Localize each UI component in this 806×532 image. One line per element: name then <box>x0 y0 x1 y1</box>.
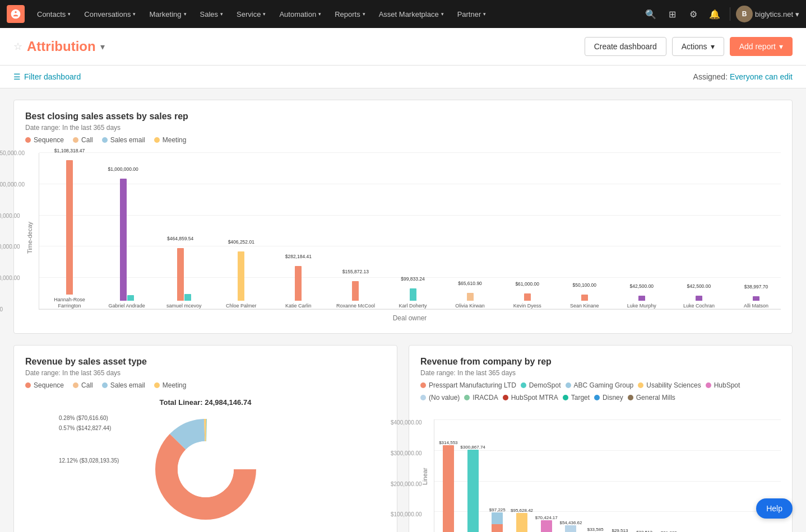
bar-group-4: $282,184.41 Katie Carlin <box>274 266 323 309</box>
nav-reports[interactable]: Reports ▾ <box>329 7 371 22</box>
filter-bar: ☰ Filter dashboard Assigned: Everyone ca… <box>0 66 806 88</box>
service-chevron: ▾ <box>263 11 266 17</box>
chart1-legend: Sequence Call Sales email Meeting <box>25 136 781 144</box>
bar-label-12: Alli Matson <box>744 303 768 309</box>
reports-chevron: ▾ <box>363 11 365 17</box>
nav-partner[interactable]: Partner ▾ <box>452 7 492 22</box>
actions-button[interactable]: Actions ▾ <box>672 37 724 56</box>
chart3-leg-5: (No value) <box>420 394 460 402</box>
add-report-button[interactable]: Add report ▾ <box>730 37 793 56</box>
chart1-title: Best closing sales assets by sales rep <box>25 111 781 122</box>
nav-marketing[interactable]: Marketing ▾ <box>143 7 192 22</box>
chart2-legend-email: Sales email <box>102 381 145 389</box>
hubspot-logo[interactable] <box>7 5 25 23</box>
nav-divider <box>730 7 730 21</box>
svg-point-4 <box>178 441 234 497</box>
chart3-leg-2: ABC Gaming Group <box>566 381 634 389</box>
navbar: Contacts ▾ Conversations ▾ Marketing ▾ S… <box>0 0 806 28</box>
pie-chart-area: 0.28% ($70,616.60) 0.57% ($142,827.44) 1… <box>25 413 386 525</box>
nav-asset-marketplace[interactable]: Asset Marketplace ▾ <box>373 7 450 22</box>
bar-label-9: Sean Kinane <box>570 303 599 309</box>
nav-automation[interactable]: Automation ▾ <box>274 7 327 22</box>
contacts-chevron: ▾ <box>68 11 71 17</box>
avatar[interactable]: B <box>736 6 753 22</box>
chart3-bars: $314,553 $300,867.74 <box>434 419 781 532</box>
legend-sales-email: Sales email <box>102 136 145 144</box>
nav-right-icons: 🔍 ⊞ ⚙ 🔔 B biglytics.net ▾ <box>641 4 799 24</box>
bar-label-0: Hannah-RoseFarrington <box>54 297 85 309</box>
bar-group-6: $99,833.24 Karl Doherty <box>388 288 437 309</box>
nav-contacts[interactable]: Contacts ▾ <box>31 7 76 22</box>
chart3-leg-10: General Mills <box>628 394 675 402</box>
nav-conversations[interactable]: Conversations ▾ <box>78 7 141 22</box>
page-title[interactable]: Attribution <box>27 39 96 54</box>
legend-sequence-dot <box>25 137 31 143</box>
bar-label-11: Luke Cochran <box>683 303 715 309</box>
legend-call: Call <box>73 136 93 144</box>
bar-meeting-1 <box>127 295 134 301</box>
account-name[interactable]: biglytics.net ▾ <box>755 10 799 18</box>
automation-chevron: ▾ <box>318 11 321 17</box>
title-chevron-icon[interactable]: ▾ <box>100 41 105 52</box>
bar-meeting-3: $406,252.01 <box>238 251 244 301</box>
chart1-subtitle: Date range: In the last 365 days <box>25 124 781 132</box>
chart3-leg-9: Disney <box>594 394 623 402</box>
bar-teal-6: $99,833.24 <box>410 288 416 301</box>
right-bar-5: $54,436.62 <box>559 525 583 532</box>
grid-icon[interactable]: ⊞ <box>663 4 682 24</box>
chart-card-revenue-type: Revenue by sales asset type Date range: … <box>13 345 397 532</box>
chart3-leg-0: Presspart Manufacturing LTD <box>420 381 516 389</box>
conversations-chevron: ▾ <box>133 11 136 17</box>
legend-sales-email-dot <box>102 137 108 143</box>
bar-call-7: $65,610.90 <box>467 293 474 301</box>
partner-chevron: ▾ <box>483 11 486 17</box>
bar-label-3: Chloe Palmer <box>226 303 257 309</box>
chart3-legend: Presspart Manufacturing LTD DemoSpot ABC… <box>420 381 781 402</box>
bar-group-2: $464,859.54 samuel mcevoy <box>159 248 209 309</box>
favorite-star-icon[interactable]: ☆ <box>13 40 22 53</box>
bar-group-12: $38,997.70 Alli Matson <box>731 296 781 309</box>
filter-icon: ☰ <box>13 72 21 81</box>
bar-sequence-8: $61,000.00 <box>524 293 531 301</box>
chart2-legend: Sequence Call Sales email Meeting <box>25 381 386 389</box>
chart1-x-label: Deal owner <box>39 314 781 322</box>
bar-group-0: $1,108,318.47 Hannah-RoseFarrington <box>45 160 94 309</box>
assigned-link[interactable]: Everyone can edit <box>730 72 793 81</box>
notifications-icon[interactable]: 🔔 <box>705 4 724 24</box>
assigned-area: Assigned: Everyone can edit <box>693 72 793 81</box>
pie-labels-left: 0.28% ($70,616.60) 0.57% ($142,827.44) 1… <box>59 413 119 466</box>
chart3-subtitle: Date range: In the last 365 days <box>420 369 781 377</box>
chart2-legend-meeting: Meeting <box>154 381 187 389</box>
chart3-title: Revenue from company by rep <box>420 357 781 367</box>
chart-card-best-closing: Best closing sales assets by sales rep D… <box>13 100 793 334</box>
settings-icon[interactable]: ⚙ <box>684 4 703 24</box>
header-actions: Create dashboard Actions ▾ Add report ▾ <box>585 37 793 56</box>
bar-label-5: Roxanne McCool <box>336 303 375 309</box>
right-bar-3: $95,628.42 <box>510 513 534 532</box>
chart3-inner: $400,000.00 $300,000.00 $200,000.00 $100… <box>434 410 781 532</box>
marketing-chevron: ▾ <box>184 11 187 17</box>
page-header: ☆ Attribution ▾ Create dashboard Actions… <box>0 28 806 66</box>
legend-sequence: Sequence <box>25 136 64 144</box>
bar-purple-11: $42,500.00 <box>696 296 702 301</box>
chart2-title: Revenue by sales asset type <box>25 357 386 367</box>
create-dashboard-button[interactable]: Create dashboard <box>585 37 666 56</box>
bar-purple-12: $38,997.70 <box>753 296 759 301</box>
nav-sales[interactable]: Sales ▾ <box>194 7 229 22</box>
bar-group-3: $406,252.01 Chloe Palmer <box>216 251 266 309</box>
nav-service[interactable]: Service ▾ <box>231 7 271 22</box>
filter-dashboard-link[interactable]: ☰ Filter dashboard <box>13 72 81 81</box>
bar-group-5: $155,872.13 Roxanne McCool <box>331 281 380 309</box>
chart2-dot-sequence <box>25 382 31 388</box>
bar-group-1: $1,000,000.00 Gabriel Andrade <box>102 179 151 309</box>
chart-card-revenue-company: Revenue from company by rep Date range: … <box>409 345 793 532</box>
bar-email-1: $1,000,000.00 <box>120 179 127 301</box>
bar-label-7: Olivia Kirwan <box>455 303 485 309</box>
right-bar-1: $300,867.74 <box>461 450 485 532</box>
search-icon[interactable]: 🔍 <box>641 4 660 24</box>
help-button[interactable]: Help <box>756 498 793 519</box>
chart1-wrap: Time-decay $1,250,000.00 $1,000,000.00 $… <box>25 153 781 322</box>
bar-group-7: $65,610.90 Olivia Kirwan <box>446 293 495 309</box>
bar-group-10: $42,500.00 Luke Murphy <box>617 296 666 309</box>
bar-label-6: Karl Doherty <box>399 303 427 309</box>
